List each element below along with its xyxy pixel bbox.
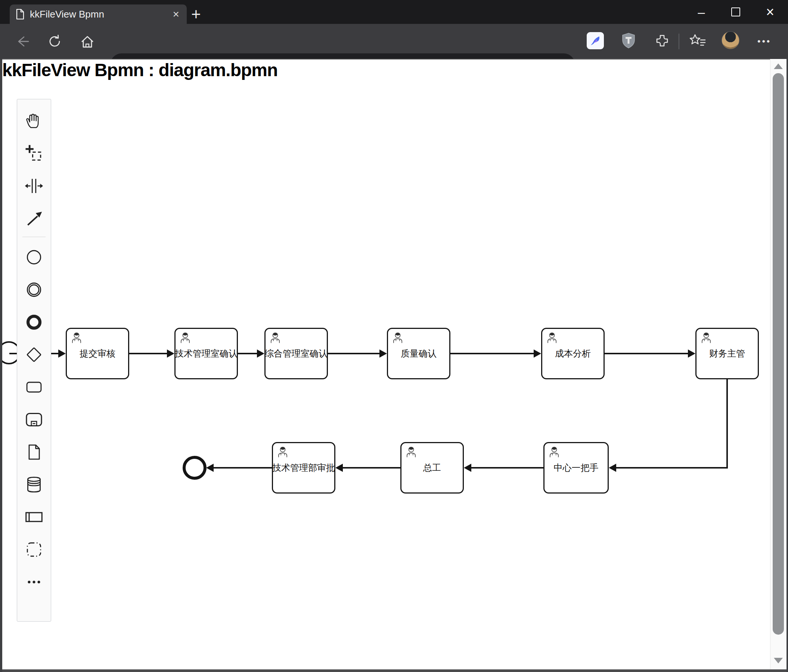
sequence-flow-arrowhead [534, 349, 541, 358]
user-task[interactable]: 中心一把手 [543, 442, 609, 493]
sequence-flow [238, 353, 257, 354]
task-label: 财务主管 [709, 347, 745, 360]
tab-strip: kkFileView Bpmn × + – × [0, 0, 788, 24]
user-task-icon [179, 331, 192, 346]
sequence-flow [328, 353, 380, 354]
task-label: 技术管理室确认 [175, 347, 238, 360]
task-label: 中心一把手 [554, 462, 599, 474]
user-task-icon [276, 446, 289, 460]
tab-title: kkFileView Bpmn [30, 9, 171, 20]
sequence-flow [605, 353, 688, 354]
user-task[interactable]: 技术管理部审批 [272, 442, 335, 493]
sequence-flow [129, 353, 167, 354]
settings-ellipsis-icon[interactable]: ••• [757, 24, 771, 59]
bpmn-canvas[interactable]: 提交审核 技术管理室确认 综合管理室确认 质量确认 成本分析 财务主管 技术管理… [0, 59, 770, 669]
bpmn-palette [17, 99, 51, 621]
tab-close-icon[interactable]: × [171, 9, 181, 20]
sequence-flow-arrowhead [206, 464, 214, 472]
vertical-scrollbar-thumb[interactable] [773, 73, 784, 635]
user-task[interactable]: 技术管理室确认 [175, 328, 238, 379]
user-task[interactable]: 成本分析 [541, 328, 605, 379]
sequence-flow-arrowhead [257, 349, 264, 358]
scrollbar-down-arrow[interactable] [774, 658, 783, 663]
palette-hand-tool[interactable] [17, 105, 51, 137]
task-label: 质量确认 [401, 347, 437, 360]
user-task-icon [405, 446, 418, 460]
extensions-puzzle-icon[interactable] [653, 32, 671, 49]
task-label: 综合管理室确认 [265, 347, 327, 360]
user-task-icon [546, 331, 558, 346]
palette-create-data-object[interactable] [17, 436, 51, 468]
sequence-flow [450, 353, 534, 354]
palette-create-data-store[interactable] [17, 468, 51, 501]
sequence-flow-arrowhead [335, 464, 343, 472]
palette-create-intermediate-event[interactable] [17, 273, 51, 306]
palette-create-gateway[interactable] [17, 338, 51, 371]
user-task-icon [391, 331, 404, 346]
home-button[interactable] [79, 33, 95, 50]
sequence-flow [214, 467, 272, 469]
window-close-button[interactable]: × [755, 0, 785, 24]
task-label: 技术管理部审批 [272, 462, 335, 474]
maximize-icon [731, 8, 740, 16]
sequence-flow-arrowhead [688, 349, 695, 358]
palette-create-start-event[interactable] [17, 241, 51, 273]
palette-more-options[interactable] [17, 566, 51, 598]
extension-bird-icon[interactable] [587, 32, 604, 49]
task-label: 总工 [423, 462, 441, 474]
end-event[interactable] [183, 456, 207, 480]
document-favicon-icon [16, 9, 25, 20]
sequence-flow [616, 467, 728, 469]
window-maximize-button[interactable] [721, 0, 751, 24]
palette-create-end-event[interactable] [17, 306, 51, 338]
back-button[interactable] [14, 33, 30, 49]
tab-kkfileview[interactable]: kkFileView Bpmn × [10, 5, 187, 24]
sequence-flow-arrowhead [609, 464, 616, 472]
sequence-flow [726, 379, 728, 469]
tampermonkey-shield-icon[interactable] [620, 32, 637, 49]
user-task-icon [548, 446, 561, 460]
sequence-flow [471, 467, 543, 469]
palette-create-participant[interactable] [17, 501, 51, 533]
palette-create-subprocess[interactable] [17, 403, 51, 436]
user-task-icon [70, 331, 83, 346]
scrollbar-up-arrow[interactable] [774, 63, 783, 69]
window-minimize-button[interactable]: – [686, 0, 716, 24]
sequence-flow [343, 467, 400, 469]
palette-create-group[interactable] [17, 533, 51, 566]
user-task[interactable]: 财务主管 [695, 328, 759, 379]
toolbar-divider [678, 33, 679, 49]
window-right-edge [786, 59, 788, 672]
user-task[interactable]: 提交审核 [66, 328, 129, 379]
browser-window: kkFileView Bpmn × + – × https://file.kkv… [0, 0, 788, 672]
palette-lasso-tool[interactable] [17, 137, 51, 170]
user-task[interactable]: 质量确认 [387, 328, 450, 379]
user-task[interactable]: 总工 [400, 442, 464, 493]
sequence-flow-arrowhead [464, 464, 471, 472]
task-label: 提交审核 [79, 347, 115, 360]
user-task-icon [700, 331, 713, 346]
user-task-icon [269, 331, 281, 346]
collections-icon[interactable] [689, 32, 706, 49]
palette-create-task[interactable] [17, 371, 51, 403]
sequence-flow-arrowhead [58, 349, 66, 358]
refresh-button[interactable] [47, 33, 63, 49]
profile-avatar[interactable] [721, 32, 739, 49]
sequence-flow-arrowhead [380, 349, 387, 358]
palette-global-connect-tool[interactable] [17, 202, 51, 235]
window-left-edge [0, 59, 2, 672]
user-task[interactable]: 综合管理室确认 [264, 328, 328, 379]
new-tab-button[interactable]: + [191, 5, 201, 23]
sequence-flow-arrowhead [167, 349, 175, 358]
palette-separator [22, 237, 46, 237]
palette-space-tool[interactable] [17, 170, 51, 202]
horizontal-scrollbar[interactable] [0, 669, 788, 672]
browser-toolbar: https://file.kkview.cn/onlinePreview?url… [0, 24, 788, 59]
task-label: 成本分析 [555, 347, 591, 360]
